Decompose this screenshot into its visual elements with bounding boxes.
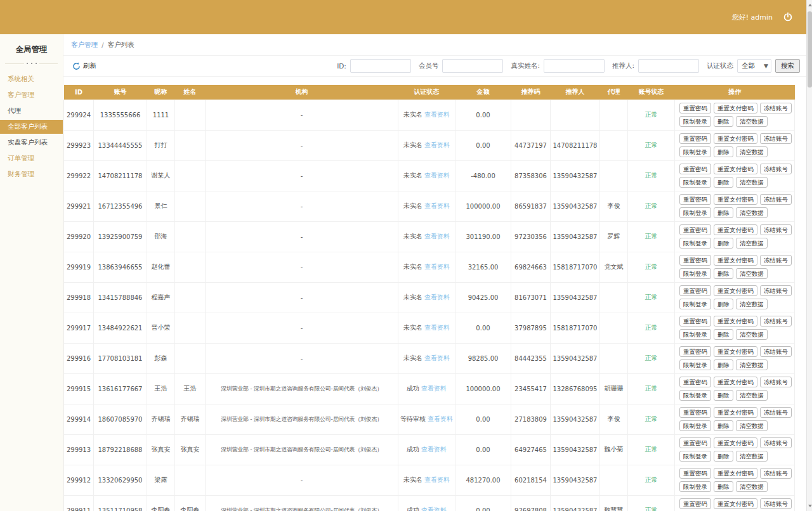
action-button-reset-pay-password[interactable]: 重置支付密码: [714, 498, 757, 509]
action-button-delete[interactable]: 删除: [714, 299, 733, 309]
action-button-delete[interactable]: 删除: [714, 359, 733, 370]
view-profile-link[interactable]: 查看资料: [424, 354, 450, 361]
action-button-clear-data[interactable]: 清空数据: [736, 268, 768, 279]
action-button-delete[interactable]: 删除: [714, 451, 733, 462]
action-button-reset-pay-password[interactable]: 重置支付密码: [714, 133, 757, 144]
sidebar-item-1[interactable]: 系统相关: [0, 72, 63, 86]
action-button-restrict-login[interactable]: 限制登录: [679, 116, 711, 127]
action-button-clear-data[interactable]: 清空数据: [736, 390, 768, 401]
action-button-restrict-login[interactable]: 限制登录: [679, 420, 711, 431]
action-button-clear-data[interactable]: 清空数据: [736, 420, 768, 431]
action-button-restrict-login[interactable]: 限制登录: [679, 238, 711, 249]
referrer-input[interactable]: [638, 59, 699, 73]
action-button-delete[interactable]: 删除: [714, 481, 733, 492]
action-button-reset-password[interactable]: 重置密码: [679, 407, 711, 418]
action-button-delete[interactable]: 删除: [714, 420, 733, 431]
action-button-reset-pay-password[interactable]: 重置支付密码: [714, 285, 757, 296]
action-button-clear-data[interactable]: 清空数据: [736, 207, 768, 218]
breadcrumb-parent-link[interactable]: 客户管理: [71, 41, 98, 49]
action-button-reset-password[interactable]: 重置密码: [679, 164, 711, 174]
action-button-freeze-account[interactable]: 冻结账号: [760, 346, 792, 357]
view-profile-link[interactable]: 查看资料: [424, 263, 450, 270]
action-button-restrict-login[interactable]: 限制登录: [679, 146, 711, 157]
action-button-reset-pay-password[interactable]: 重置支付密码: [714, 346, 757, 357]
action-button-reset-password[interactable]: 重置密码: [679, 224, 711, 235]
sidebar-item-7[interactable]: 财务管理: [0, 167, 63, 181]
sidebar-item-2[interactable]: 客户管理: [0, 88, 63, 102]
scroll-up-arrow[interactable]: [807, 1, 812, 9]
action-button-reset-pay-password[interactable]: 重置支付密码: [714, 255, 757, 266]
action-button-reset-password[interactable]: 重置密码: [679, 285, 711, 296]
action-button-delete[interactable]: 删除: [714, 238, 733, 249]
refresh-button[interactable]: 刷新: [72, 61, 96, 70]
action-button-delete[interactable]: 删除: [714, 268, 733, 279]
action-button-clear-data[interactable]: 清空数据: [736, 451, 768, 462]
view-profile-link[interactable]: 查看资料: [424, 111, 450, 118]
action-button-reset-pay-password[interactable]: 重置支付密码: [714, 316, 757, 327]
action-button-reset-password[interactable]: 重置密码: [679, 346, 711, 357]
action-button-delete[interactable]: 删除: [714, 177, 733, 188]
action-button-restrict-login[interactable]: 限制登录: [679, 481, 711, 492]
view-profile-link[interactable]: 查看资料: [421, 446, 447, 453]
view-profile-link[interactable]: 查看资料: [424, 294, 450, 301]
action-button-delete[interactable]: 删除: [714, 390, 733, 401]
action-button-restrict-login[interactable]: 限制登录: [679, 359, 711, 370]
action-button-restrict-login[interactable]: 限制登录: [679, 268, 711, 279]
action-button-reset-password[interactable]: 重置密码: [679, 103, 711, 113]
action-button-reset-pay-password[interactable]: 重置支付密码: [714, 224, 757, 235]
action-button-freeze-account[interactable]: 冻结账号: [760, 285, 792, 296]
action-button-restrict-login[interactable]: 限制登录: [679, 329, 711, 340]
action-button-reset-password[interactable]: 重置密码: [679, 316, 711, 327]
action-button-freeze-account[interactable]: 冻结账号: [760, 377, 792, 387]
action-button-reset-password[interactable]: 重置密码: [679, 498, 711, 509]
view-profile-link[interactable]: 查看资料: [424, 172, 450, 179]
action-button-reset-pay-password[interactable]: 重置支付密码: [714, 377, 757, 387]
action-button-freeze-account[interactable]: 冻结账号: [760, 224, 792, 235]
sidebar-item-3[interactable]: 代理: [0, 104, 63, 118]
view-profile-link[interactable]: 查看资料: [424, 233, 450, 240]
action-button-reset-password[interactable]: 重置密码: [679, 437, 711, 448]
action-button-clear-data[interactable]: 清空数据: [736, 116, 768, 127]
view-profile-link[interactable]: 查看资料: [421, 385, 447, 392]
action-button-freeze-account[interactable]: 冻结账号: [760, 133, 792, 144]
action-button-delete[interactable]: 删除: [714, 146, 733, 157]
view-profile-link[interactable]: 查看资料: [424, 476, 450, 483]
sidebar-item-6[interactable]: 订单管理: [0, 152, 63, 165]
action-button-reset-password[interactable]: 重置密码: [679, 133, 711, 144]
logout-power-icon[interactable]: [783, 12, 793, 22]
action-button-freeze-account[interactable]: 冻结账号: [760, 316, 792, 327]
action-button-restrict-login[interactable]: 限制登录: [679, 299, 711, 309]
action-button-reset-password[interactable]: 重置密码: [679, 377, 711, 387]
action-button-reset-pay-password[interactable]: 重置支付密码: [714, 437, 757, 448]
real-name-input[interactable]: [544, 59, 605, 73]
action-button-delete[interactable]: 删除: [714, 116, 733, 127]
action-button-freeze-account[interactable]: 冻结账号: [760, 407, 792, 418]
action-button-freeze-account[interactable]: 冻结账号: [760, 498, 792, 509]
action-button-reset-password[interactable]: 重置密码: [679, 194, 711, 205]
id-input[interactable]: [350, 59, 411, 73]
action-button-restrict-login[interactable]: 限制登录: [679, 177, 711, 188]
action-button-clear-data[interactable]: 清空数据: [736, 177, 768, 188]
scroll-down-arrow[interactable]: [807, 502, 812, 510]
action-button-freeze-account[interactable]: 冻结账号: [760, 103, 792, 113]
sidebar-item-4[interactable]: 全部客户列表: [0, 120, 63, 134]
action-button-freeze-account[interactable]: 冻结账号: [760, 468, 792, 479]
action-button-reset-pay-password[interactable]: 重置支付密码: [714, 468, 757, 479]
action-button-freeze-account[interactable]: 冻结账号: [760, 194, 792, 205]
action-button-reset-password[interactable]: 重置密码: [679, 468, 711, 479]
action-button-clear-data[interactable]: 清空数据: [736, 359, 768, 370]
view-profile-link[interactable]: 查看资料: [424, 202, 450, 209]
view-profile-link[interactable]: 查看资料: [424, 141, 450, 148]
action-button-clear-data[interactable]: 清空数据: [736, 299, 768, 309]
member-no-input[interactable]: [442, 59, 503, 73]
action-button-freeze-account[interactable]: 冻结账号: [760, 255, 792, 266]
action-button-delete[interactable]: 删除: [714, 329, 733, 340]
action-button-restrict-login[interactable]: 限制登录: [679, 390, 711, 401]
action-button-reset-pay-password[interactable]: 重置支付密码: [714, 164, 757, 174]
action-button-delete[interactable]: 删除: [714, 207, 733, 218]
scrollbar-thumb[interactable]: [808, 11, 812, 87]
action-button-reset-password[interactable]: 重置密码: [679, 255, 711, 266]
action-button-clear-data[interactable]: 清空数据: [736, 146, 768, 157]
auth-status-select[interactable]: 全部 ▼: [737, 59, 771, 73]
search-button[interactable]: 搜索: [775, 59, 800, 73]
